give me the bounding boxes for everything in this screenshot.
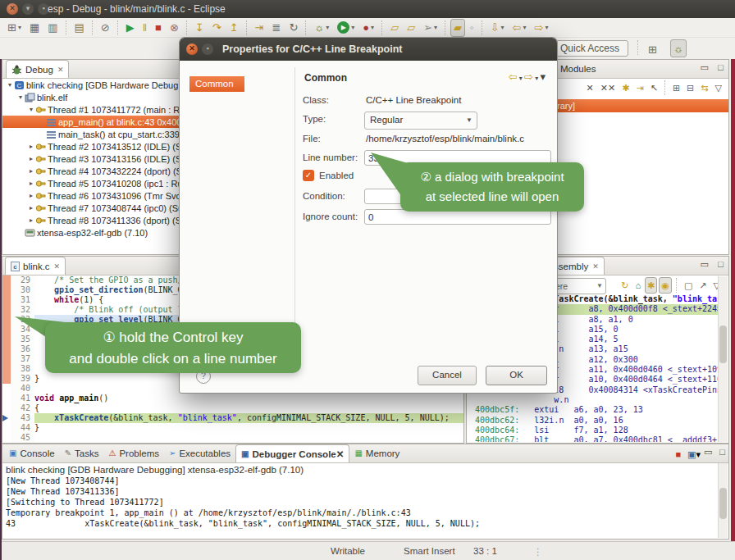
enabled-checkbox[interactable]: ✓ [303,170,314,181]
annotation-ruler[interactable] [2,403,11,413]
disassembly-line[interactable]: 400dbc62: l32i.n a0, a0, 16 [470,416,719,426]
editor-line-43[interactable]: 43 xTaskCreate(&blink_task, "blink_task"… [2,413,463,423]
tab-close-icon[interactable]: ✕ [54,262,61,271]
line-number[interactable]: 43 [11,413,34,423]
chevron-down-icon[interactable]: ▾ [501,24,504,31]
tab-debug[interactable]: Debug ✕ [6,60,69,78]
minimize-icon[interactable]: ▭ [701,259,709,270]
tree-expander-icon[interactable]: ▸ [27,155,35,162]
annotations-icon[interactable]: ◦ [467,19,477,37]
change-bar-marker[interactable] [2,325,11,335]
line-number[interactable]: 29 [11,275,34,285]
line-number[interactable]: 38 [11,364,34,374]
restart-icon[interactable]: ↻ [285,19,301,37]
annotation-ruler[interactable] [2,423,11,433]
pointer-icon[interactable]: ↖ [648,80,660,96]
chevron-down-icon[interactable]: ▾ [434,24,437,31]
minimize-icon[interactable]: ▭ [701,62,709,73]
sync-selection-icon[interactable]: ◉ [659,277,672,294]
back-icon[interactable]: ⇦▾ [509,19,530,37]
last-edit-location-icon[interactable]: ⇩▾ [487,19,508,37]
track-expression-icon[interactable]: ✱ [645,277,657,294]
new-wizard-icon[interactable]: ⊞▾ [4,19,25,37]
console-scrollbar[interactable] [718,463,728,538]
maximize-icon[interactable]: □ [718,62,724,72]
chevron-down-icon[interactable]: ▾ [351,24,354,31]
line-number[interactable]: 40 [11,384,34,394]
tree-expander-icon[interactable]: ▸ [27,192,35,199]
chevron-down-icon[interactable]: ▾ [545,24,548,31]
run-icon[interactable]: ▶▾ [334,19,358,37]
window-close-icon[interactable]: ✕ [7,3,18,15]
tree-expander-icon[interactable]: ▸ [27,180,35,187]
disassembly-line[interactable]: w.n [470,395,719,405]
change-bar-marker[interactable] [2,335,11,344]
view-menu-icon[interactable]: ▾ [540,71,546,83]
forward-icon[interactable]: ⇨▾ [532,19,552,37]
home-icon[interactable]: ⌂ [632,277,643,294]
open-project-icon[interactable]: ▱ [404,19,418,37]
collapse-all-icon[interactable]: ⊟ [684,80,696,96]
refresh-icon[interactable]: ↻ [619,277,631,294]
tree-expander-icon[interactable]: ▾ [6,81,14,89]
save-icon[interactable]: ▦ [26,19,43,37]
tab-console[interactable]: ▣Console [4,444,60,462]
pin-icon[interactable]: ↗ [696,277,709,294]
tree-expander-icon[interactable]: ▸ [27,204,35,212]
chevron-down-icon[interactable]: ▾ [696,449,701,460]
line-number[interactable]: 39 [11,374,34,384]
new-view-icon[interactable]: ▢ [682,277,695,294]
resume-icon[interactable]: ▶ [123,19,138,37]
line-number[interactable]: 44 [11,423,34,433]
tab-close-icon[interactable]: ✕ [57,66,64,74]
tab-tasks[interactable]: ✎Tasks [60,444,104,462]
skip-all-breakpoints-icon[interactable]: ⊘ [98,19,113,37]
maximize-icon[interactable]: □ [719,447,725,457]
show-threads-icon[interactable]: ≣ [268,19,284,37]
line-number[interactable]: 45 [11,433,34,443]
editor-line-42[interactable]: 42{ [2,403,463,413]
line-number[interactable]: 41 [11,394,34,403]
expand-all-icon[interactable]: ⊞ [670,80,682,96]
load-symbols-icon[interactable]: ✱ [619,80,632,96]
tree-expander-icon[interactable]: ▸ [27,216,35,224]
step-into-icon[interactable]: ↧ [192,19,208,37]
change-bar-marker[interactable] [2,285,11,295]
change-bar-marker[interactable] [2,374,11,384]
maximize-icon[interactable]: □ [718,259,724,269]
disassembly-line[interactable]: 400dbc5f: extui a6, a0, 23, 13 [470,405,719,415]
remove-icon[interactable]: ✕ [584,80,596,96]
cancel-button[interactable]: Cancel [418,366,477,385]
change-bar-marker[interactable] [2,305,11,315]
disconnect-icon[interactable]: ⊗ [167,19,182,37]
chevron-down-icon[interactable]: ▾ [326,24,329,31]
annotation-ruler[interactable] [2,394,11,403]
change-bar-marker[interactable] [2,315,11,325]
tree-expander-icon[interactable]: ▾ [16,93,25,101]
minimize-icon[interactable]: ▭ [704,447,712,457]
chevron-down-icon[interactable]: ▾ [523,24,526,31]
change-bar-marker[interactable] [2,295,11,305]
open-file-icon[interactable]: ▱ [387,19,402,37]
change-bar-marker[interactable] [2,364,11,374]
disassembly-scrollbar[interactable] [718,276,728,442]
forward-arrow-icon[interactable]: ⇨ [524,71,533,83]
line-number[interactable]: 42 [11,403,34,413]
annotation-ruler[interactable] [2,413,11,423]
disassembly-line[interactable]: 400dbc67: blt a0, a7, 0x400dbc81 <__addd… [470,435,719,442]
chevron-down-icon[interactable]: ▾ [518,75,524,82]
type-dropdown[interactable]: Regular ▼ [364,112,477,130]
debug-perspective-icon[interactable]: ☼ [670,39,687,57]
console-output[interactable]: [New Thread 1073408744][New Thread 10734… [6,476,717,538]
chevron-down-icon[interactable]: ▼ [466,112,472,128]
step-return-icon[interactable]: ↥ [226,19,242,37]
suspend-icon[interactable]: ‖ [139,19,150,37]
back-arrow-icon[interactable]: ⇦ [509,71,518,83]
dialog-close-icon[interactable]: ✕ [186,43,198,55]
remove-all-icon[interactable]: ✕✕ [598,80,618,96]
save-all-icon[interactable]: ▥ [44,19,61,37]
quick-access-button[interactable]: Quick Access [551,40,628,57]
editor-line-41[interactable]: 41void app_main() [2,394,463,403]
change-bar-marker[interactable] [2,344,11,354]
tab-executables[interactable]: ➢Executables [164,444,235,462]
